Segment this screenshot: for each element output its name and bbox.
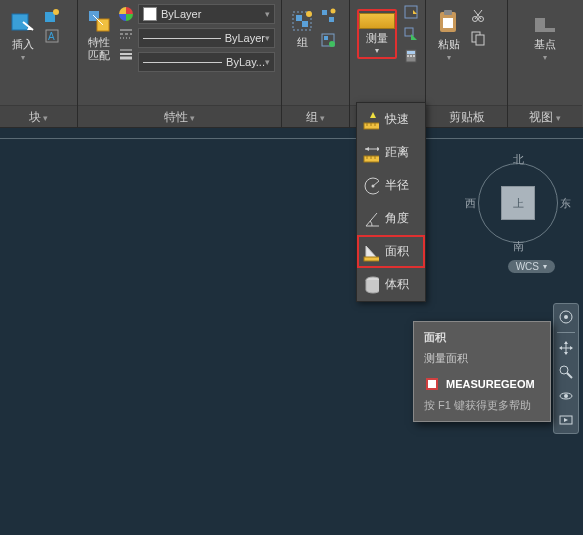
viewcube-west[interactable]: 西 [465, 196, 476, 211]
svg-rect-42 [476, 35, 484, 45]
viewcube-north[interactable]: 北 [513, 152, 524, 167]
select-all-icon[interactable] [403, 4, 419, 20]
layer-color-combo[interactable]: ByLayer▾ [138, 4, 275, 24]
svg-rect-31 [407, 55, 409, 57]
measure-distance[interactable]: 距离 [357, 136, 425, 169]
svg-point-21 [331, 9, 336, 14]
zoom-icon[interactable] [557, 363, 575, 381]
insert-button[interactable]: 插入 ▾ [6, 4, 40, 62]
pan-icon[interactable] [557, 339, 575, 357]
copy-icon[interactable] [470, 30, 486, 46]
svg-rect-16 [296, 15, 302, 21]
edit-block-icon[interactable] [44, 8, 60, 24]
svg-marker-28 [411, 34, 417, 40]
svg-rect-33 [413, 55, 415, 57]
viewcube-east[interactable]: 东 [560, 196, 571, 211]
color-wheel-icon[interactable] [118, 6, 134, 22]
paste-button[interactable]: 粘贴 ▾ [432, 4, 466, 62]
svg-rect-61 [428, 380, 436, 388]
svg-point-57 [372, 184, 375, 187]
svg-marker-67 [570, 346, 573, 350]
ungroup-icon[interactable] [320, 8, 336, 24]
svg-rect-19 [322, 10, 327, 15]
area-icon [363, 244, 379, 260]
measure-button[interactable]: 测量 ▾ [357, 9, 397, 59]
svg-point-63 [564, 315, 568, 319]
svg-rect-25 [405, 6, 417, 18]
svg-rect-32 [410, 55, 412, 57]
panel-title-view[interactable]: 视图 [508, 105, 582, 127]
panel-title-properties[interactable]: 特性 [78, 105, 281, 127]
svg-rect-17 [302, 21, 308, 27]
svg-marker-26 [413, 10, 417, 14]
angle-icon [363, 211, 379, 227]
panel-view: 基点 ▾ 视图 [508, 0, 582, 127]
lineweight-icon[interactable] [118, 46, 134, 62]
panel-title-blocks[interactable]: 块 [0, 105, 77, 127]
measure-dropdown: 快速 距离 半径 角度 面积 体积 [356, 102, 426, 302]
edit-attr-icon[interactable]: A [44, 28, 60, 44]
navigation-bar [553, 303, 579, 434]
command-icon [424, 376, 440, 392]
panel-title-group[interactable]: 组 [282, 105, 349, 127]
measure-radius[interactable]: 半径 [357, 169, 425, 202]
basepoint-icon [531, 8, 559, 36]
quick-measure-icon [363, 112, 379, 128]
measure-angle[interactable]: 角度 [357, 202, 425, 235]
svg-rect-35 [444, 10, 452, 15]
volume-icon [363, 277, 379, 293]
panel-blocks: 插入 ▾ A 块 [0, 0, 78, 127]
measure-quick[interactable]: 快速 [357, 103, 425, 136]
svg-rect-58 [364, 257, 379, 261]
svg-point-71 [564, 394, 568, 398]
svg-marker-65 [564, 352, 568, 355]
ruler-icon [359, 13, 395, 29]
tooltip-command: MEASUREGEOM [424, 376, 540, 392]
svg-line-69 [567, 373, 572, 378]
svg-rect-20 [329, 17, 334, 22]
group-icon [289, 8, 315, 34]
viewcube-south[interactable]: 南 [513, 239, 524, 254]
group-button[interactable]: 组 [288, 4, 316, 49]
ribbon: 插入 ▾ A 块 特性 匹配 ByLayer▾ [0, 0, 583, 128]
svg-rect-0 [12, 14, 28, 30]
svg-marker-66 [559, 346, 562, 350]
panel-group: 组 组 [282, 0, 350, 127]
showmotion-icon[interactable] [557, 411, 575, 429]
match-props-icon [86, 8, 112, 34]
viewcube[interactable]: 上 北 南 西 东 [473, 158, 563, 248]
calculator-icon[interactable] [403, 48, 419, 64]
svg-marker-53 [365, 147, 369, 151]
cut-icon[interactable] [470, 8, 486, 24]
measure-volume[interactable]: 体积 [357, 268, 425, 301]
panel-properties: 特性 匹配 ByLayer▾ ByLayer▾ ByLay...▾ 特性 [78, 0, 282, 127]
distance-icon [363, 145, 379, 161]
panel-clipboard: 粘贴 ▾ 剪贴板 [426, 0, 508, 127]
svg-rect-23 [324, 36, 328, 40]
lineweight-combo[interactable]: ByLay...▾ [138, 52, 275, 72]
basepoint-button[interactable]: 基点 ▾ [528, 4, 562, 62]
viewcube-face[interactable]: 上 [501, 186, 535, 220]
paste-icon [435, 8, 463, 36]
group-edit-icon[interactable] [320, 32, 336, 48]
measure-area[interactable]: 面积 [357, 235, 425, 268]
svg-marker-54 [377, 147, 379, 151]
tooltip-help: 按 F1 键获得更多帮助 [424, 398, 540, 413]
quick-select-icon[interactable] [403, 26, 419, 42]
insert-icon [9, 8, 37, 36]
svg-point-3 [53, 9, 59, 15]
svg-text:A: A [48, 31, 55, 42]
wcs-dropdown[interactable]: WCS [508, 260, 555, 273]
orbit-icon[interactable] [557, 387, 575, 405]
svg-marker-47 [370, 112, 376, 118]
linetype-icon[interactable] [118, 26, 134, 42]
svg-point-24 [329, 41, 335, 47]
radius-icon [363, 178, 379, 194]
linetype-combo[interactable]: ByLayer▾ [138, 28, 275, 48]
nav-wheel-icon[interactable] [557, 308, 575, 326]
svg-marker-64 [564, 341, 568, 344]
match-properties-button[interactable]: 特性 匹配 [84, 4, 114, 62]
svg-point-68 [560, 366, 568, 374]
svg-rect-30 [407, 51, 415, 54]
svg-rect-36 [443, 18, 453, 28]
